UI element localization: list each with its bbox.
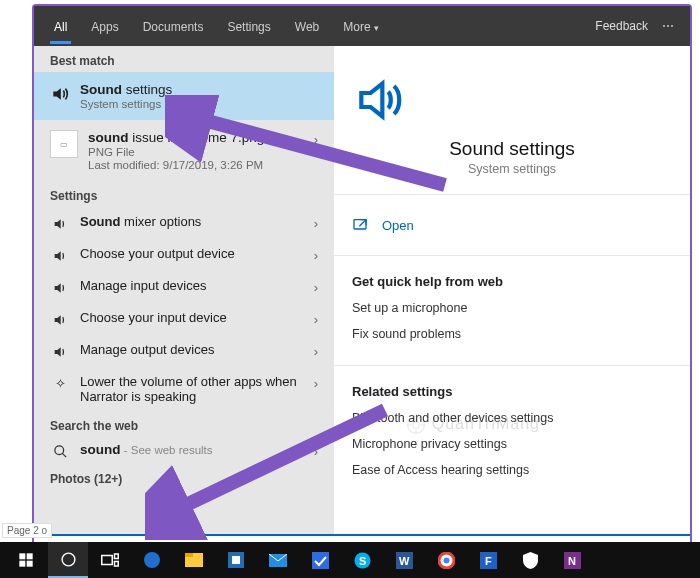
image-thumbnail-icon: ▭	[50, 130, 78, 158]
svg-text:S: S	[359, 555, 366, 567]
setting-sound-mixer[interactable]: Sound mixer options ›	[34, 207, 334, 239]
search-scope-tabs: All Apps Documents Settings Web More▾	[44, 14, 389, 38]
setting-input-device[interactable]: Choose your input device ›	[34, 303, 334, 335]
tab-more[interactable]: More▾	[333, 14, 388, 38]
narrator-icon: ✧	[50, 374, 70, 391]
chevron-right-icon: ›	[314, 130, 318, 147]
related-ease-hearing[interactable]: Ease of Access hearing settings	[352, 457, 672, 483]
web-result-sound[interactable]: sound - See web results ›	[34, 437, 334, 464]
svg-rect-17	[185, 553, 193, 557]
quick-help-header: Get quick help from web	[352, 274, 672, 289]
open-label: Open	[382, 218, 414, 233]
app-f-icon[interactable]: F	[468, 542, 508, 578]
mail-icon[interactable]	[258, 542, 298, 578]
photos-section-label: Photos (12+)	[34, 464, 334, 490]
svg-rect-8	[27, 553, 33, 559]
taskbar: S W F N	[0, 542, 700, 578]
chevron-right-icon: ›	[314, 246, 318, 263]
svg-text:N: N	[568, 555, 576, 567]
related-settings-header: Related settings	[352, 384, 672, 399]
task-view-button[interactable]	[90, 542, 130, 578]
quick-setup-microphone[interactable]: Set up a microphone	[352, 295, 672, 321]
results-panel: Best match Sound settings System setting…	[34, 46, 334, 534]
detail-subtitle: System settings	[352, 162, 672, 176]
svg-rect-14	[115, 562, 119, 567]
svg-rect-13	[115, 554, 119, 559]
svg-rect-7	[19, 553, 25, 559]
chevron-right-icon: ›	[314, 442, 318, 459]
svg-rect-10	[27, 561, 33, 567]
chrome-icon[interactable]	[426, 542, 466, 578]
speaker-icon	[50, 82, 70, 104]
cortana-button[interactable]	[48, 542, 88, 578]
quick-fix-sound[interactable]: Fix sound problems	[352, 321, 672, 347]
settings-section-label: Settings	[34, 181, 334, 207]
speaker-icon-large	[352, 72, 672, 128]
speaker-icon	[50, 310, 70, 328]
svg-point-28	[443, 557, 449, 563]
search-web-label: Search the web	[34, 411, 334, 437]
onenote-icon[interactable]: N	[552, 542, 592, 578]
tab-web[interactable]: Web	[285, 14, 329, 38]
file-explorer-icon[interactable]	[174, 542, 214, 578]
speaker-icon	[50, 342, 70, 360]
svg-rect-19	[232, 556, 240, 564]
todo-icon[interactable]	[300, 542, 340, 578]
word-icon[interactable]: W	[384, 542, 424, 578]
chevron-right-icon: ›	[314, 278, 318, 295]
chevron-down-icon: ▾	[374, 23, 379, 33]
open-action[interactable]: Open	[352, 213, 672, 237]
open-icon	[352, 217, 368, 233]
svg-rect-12	[102, 556, 113, 565]
svg-text:F: F	[485, 555, 492, 567]
file-result-sound-issue[interactable]: ▭ sound issue in chrome 7.png PNG File L…	[34, 120, 334, 181]
speaker-icon	[50, 214, 70, 232]
svg-point-15	[144, 552, 160, 568]
skype-icon[interactable]: S	[342, 542, 382, 578]
svg-point-0	[54, 446, 63, 455]
more-options-icon[interactable]: ⋯	[658, 19, 680, 33]
speaker-icon	[50, 246, 70, 264]
chevron-right-icon: ›	[314, 342, 318, 359]
detail-title: Sound settings	[352, 138, 672, 160]
tab-documents[interactable]: Documents	[133, 14, 214, 38]
best-match-sound-settings[interactable]: Sound settings System settings	[34, 72, 334, 120]
setting-output-device[interactable]: Choose your output device ›	[34, 239, 334, 271]
chevron-right-icon: ›	[314, 374, 318, 391]
svg-rect-9	[19, 561, 25, 567]
page-indicator: Page 2 o	[2, 523, 52, 538]
best-match-label: Best match	[34, 46, 334, 72]
setting-manage-output[interactable]: Manage output devices ›	[34, 335, 334, 367]
search-icon	[50, 442, 70, 459]
speaker-icon	[50, 278, 70, 296]
svg-rect-21	[312, 552, 329, 569]
detail-panel: Sound settings System settings Open Get …	[334, 46, 690, 534]
svg-text:W: W	[399, 555, 410, 567]
edge-icon[interactable]	[132, 542, 172, 578]
setting-lower-volume-narrator[interactable]: ✧ Lower the volume of other apps when Na…	[34, 367, 334, 411]
search-header: All Apps Documents Settings Web More▾ Fe…	[34, 6, 690, 46]
tab-settings[interactable]: Settings	[217, 14, 280, 38]
tab-all[interactable]: All	[44, 14, 77, 38]
store-icon[interactable]	[216, 542, 256, 578]
related-bluetooth[interactable]: Bluetooth and other devices settings	[352, 405, 672, 431]
start-button[interactable]	[6, 542, 46, 578]
feedback-link[interactable]: Feedback	[595, 19, 648, 33]
svg-point-11	[62, 553, 75, 566]
tab-apps[interactable]: Apps	[81, 14, 128, 38]
chevron-right-icon: ›	[314, 310, 318, 327]
setting-manage-input[interactable]: Manage input devices ›	[34, 271, 334, 303]
chevron-right-icon: ›	[314, 214, 318, 231]
related-mic-privacy[interactable]: Microphone privacy settings	[352, 431, 672, 457]
security-icon[interactable]	[510, 542, 550, 578]
